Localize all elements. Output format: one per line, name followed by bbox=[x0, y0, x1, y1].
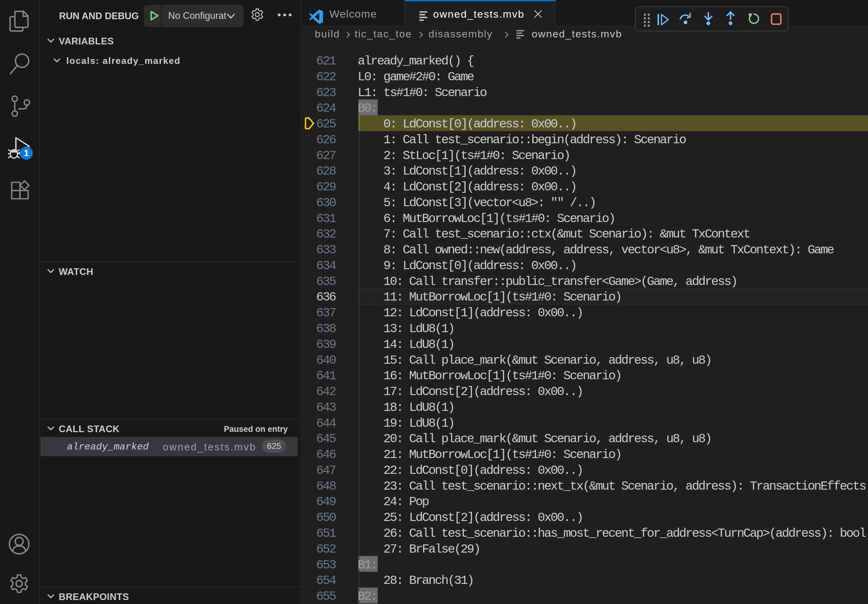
svg-text:1: 1 bbox=[24, 148, 29, 158]
